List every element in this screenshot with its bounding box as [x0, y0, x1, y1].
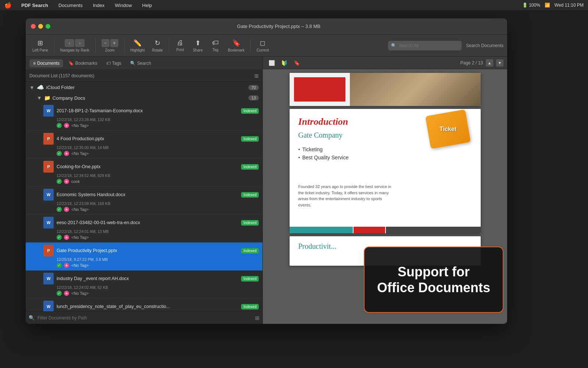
- apple-menu[interactable]: 🍎: [4, 2, 12, 9]
- current-button[interactable]: ◻ Current: [254, 38, 272, 54]
- maximize-button[interactable]: [46, 24, 50, 29]
- word-icon: W: [43, 301, 54, 311]
- share-label: Share: [193, 48, 203, 52]
- pdf-bookmark-button[interactable]: 🔖: [291, 59, 302, 67]
- company-docs-folder[interactable]: ▼ 📁 Company Docs 13: [26, 93, 262, 103]
- ppt-icon: P: [43, 245, 54, 256]
- menu-help[interactable]: Help: [140, 2, 154, 9]
- zoom-in-button[interactable]: ＋: [110, 39, 118, 47]
- tab-tags[interactable]: 🏷 Tags: [103, 59, 125, 67]
- minimize-button[interactable]: [38, 24, 43, 29]
- menu-app[interactable]: PDF Search: [19, 2, 50, 9]
- navigate-button[interactable]: ‹ › Navigate by Rank: [57, 38, 92, 54]
- doc-list-header: Document List (1157 documents) ⊞: [26, 70, 262, 82]
- documents-tab-label: Documents: [37, 61, 60, 66]
- file-meta: 12/22/18, 12:23:28 AM, 132 KB: [43, 117, 259, 122]
- doc-list-options[interactable]: ⊞: [254, 73, 259, 79]
- menu-window[interactable]: Window: [113, 2, 134, 9]
- file-meta: 12/22/18, 12:35:00 AM, 14 MB: [43, 145, 259, 150]
- file-item[interactable]: W lunch_presidency_note_state_of_play_eu…: [26, 298, 262, 311]
- toolbar-separator-5: [250, 39, 251, 52]
- icloud-folder[interactable]: ▼ ☁️ iCloud Folder 70: [26, 82, 262, 93]
- pdf-page-1: [290, 73, 481, 106]
- pdf-fullscreen-button[interactable]: ⬜: [266, 59, 277, 67]
- highlight-icon: ✏️: [133, 39, 141, 47]
- pdf-toolbar: ⬜ 🔰 🔖 Page 2 / 13 ▲ ▼: [263, 57, 507, 69]
- zoom-out-button[interactable]: －: [101, 39, 110, 47]
- bookmark-label: Bookmark: [228, 48, 244, 52]
- left-pane-label: Left Pane: [32, 48, 48, 52]
- left-pane-button[interactable]: ⊞ Left Pane: [29, 38, 51, 54]
- documents-tab-icon: ≡: [33, 61, 36, 66]
- tag-label: <No Tag>: [71, 151, 89, 156]
- tree-container[interactable]: ▼ ☁️ iCloud Folder 70 ▼ 📁 Company Docs 1…: [26, 82, 262, 311]
- indexed-badge: Indexed: [241, 192, 259, 198]
- search-all-bar[interactable]: 🔍: [388, 41, 462, 50]
- print-button[interactable]: 🖨 Print: [172, 38, 188, 53]
- office-tooltip-text: Support forOffice Documents: [377, 264, 490, 296]
- pdf-share-button[interactable]: 🔰: [279, 59, 289, 67]
- file-item[interactable]: P 4 Food Production.pptx Indexed 12/22/1…: [26, 131, 262, 159]
- tags-tab-icon: 🏷: [106, 61, 111, 66]
- main-content: ≡ Documents 🔖 Bookmarks 🏷 Tags 🔍 Search: [26, 57, 507, 324]
- share-button[interactable]: ⬆ Share: [190, 38, 206, 54]
- menu-index[interactable]: Index: [91, 2, 107, 9]
- pdf-footer-red: [354, 227, 385, 233]
- zoom-button[interactable]: － ＋ Zoom: [98, 38, 121, 54]
- menu-documents[interactable]: Documents: [56, 2, 85, 9]
- file-name: Gate Productivity Project.pptx: [57, 248, 238, 253]
- pdf-bullets: Ticketing Best Quality Service: [298, 145, 472, 162]
- pdf-founded-text: Founded 32 years ago to provide the best…: [298, 184, 394, 208]
- file-item[interactable]: W eesc-2017-03482-00-01-web-tra-en.docx …: [26, 215, 262, 243]
- file-item[interactable]: W 2017-18-BP1-2-Tasmanian-Economy.docx I…: [26, 103, 262, 131]
- tag-green-dot: ✓: [57, 151, 62, 156]
- search-documents-btn[interactable]: Search Documents: [466, 43, 503, 48]
- tag-green-dot: ✓: [57, 291, 62, 296]
- bookmark-icon: 🔖: [232, 39, 240, 47]
- nav-forward-button[interactable]: ›: [75, 39, 85, 47]
- pdf-red-block: [294, 77, 345, 102]
- highlight-button[interactable]: ✏️ Highlight: [128, 38, 148, 54]
- nav-back-button[interactable]: ‹: [65, 39, 74, 47]
- pdf-bullet-1: Ticketing: [298, 145, 472, 153]
- filter-input[interactable]: [37, 315, 252, 321]
- company-docs-name: Company Docs: [53, 95, 85, 101]
- indexed-badge: Indexed: [241, 108, 259, 114]
- menubar-right: 🔋 100% 📶 Wed 11:10 PM: [522, 3, 584, 8]
- page-number: Page 2 / 13: [460, 60, 483, 66]
- tab-documents[interactable]: ≡ Documents: [29, 59, 63, 67]
- file-item[interactable]: W industry Day _event report AH.docx Ind…: [26, 270, 262, 298]
- file-tags: ✓ + <No Tag>: [43, 291, 259, 296]
- file-meta: 12/22/18, 12:23:09 AM, 168 KB: [43, 201, 259, 206]
- rotate-button[interactable]: ↻ Rotate: [149, 38, 166, 54]
- traffic-lights: [31, 24, 50, 29]
- search-all-input[interactable]: [399, 43, 450, 48]
- window-title: Gate Productivity Project.pptx – 3.8 MB: [55, 24, 502, 29]
- tab-search[interactable]: 🔍 Search: [126, 59, 155, 67]
- close-button[interactable]: [31, 24, 36, 29]
- file-item[interactable]: P Cooking-for-One.pptx Indexed 12/22/18,…: [26, 159, 262, 187]
- word-icon: W: [43, 105, 54, 117]
- tag-label: <No Tag>: [71, 207, 89, 212]
- company-docs-count: 13: [248, 95, 259, 100]
- page-next-button[interactable]: ▼: [496, 59, 503, 67]
- word-icon: W: [43, 217, 54, 229]
- menubar-battery: 🔋 100%: [522, 3, 540, 8]
- tag-plus-dot: +: [64, 207, 69, 212]
- file-meta: 12/22/18, 12:24:01 AM, 13 MB: [43, 229, 259, 234]
- navigate-label: Navigate by Rank: [60, 48, 89, 52]
- file-item[interactable]: W Economic Systems Handout.docx Indexed …: [26, 187, 262, 215]
- toolbar-separator-3: [124, 39, 125, 52]
- indexed-badge: Indexed: [241, 276, 259, 282]
- icloud-folder-count: 70: [248, 85, 259, 90]
- tag-button[interactable]: 🏷 Tag: [207, 38, 223, 53]
- doc-list-count: Document List (1157 documents): [29, 73, 94, 78]
- tag-green-dot: ✓: [57, 263, 62, 268]
- bookmark-button[interactable]: 🔖 Bookmark: [225, 38, 247, 54]
- filter-options-icon[interactable]: ⊞: [255, 315, 259, 321]
- file-item-selected[interactable]: P Gate Productivity Project.pptx Indexed…: [26, 243, 262, 270]
- tab-bookmarks[interactable]: 🔖 Bookmarks: [65, 59, 101, 67]
- pdf-image-block: [350, 73, 481, 106]
- print-icon: 🖨: [177, 39, 183, 47]
- page-prev-button[interactable]: ▲: [486, 59, 493, 67]
